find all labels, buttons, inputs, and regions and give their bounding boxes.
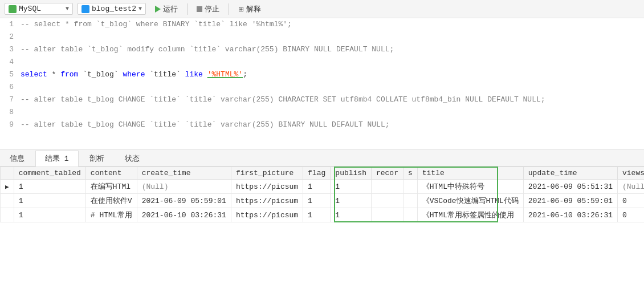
col-content[interactable]: content <box>85 167 137 180</box>
cell-flag-3: 1 <box>303 208 331 222</box>
table-selector[interactable]: blog_test2 ▼ <box>78 3 146 15</box>
code-line-3: 3 -- alter table `t_blog` modify column … <box>0 43 644 56</box>
stop-button[interactable]: 停止 <box>192 3 224 15</box>
table-row: 1 在使用软件V 2021-06-09 05:59:01 https://pic… <box>1 194 645 208</box>
code-line-2: 2 <box>0 31 644 43</box>
col-publish[interactable]: publish <box>331 167 372 180</box>
cell-flag-1: 1 <box>303 180 331 194</box>
db-label: MySQL <box>19 5 63 13</box>
tab-info[interactable]: 信息 <box>0 151 34 166</box>
table-dropdown-arrow: ▼ <box>138 6 142 12</box>
cell-content-1: 在编写HTMl <box>85 180 137 194</box>
col-first-picture[interactable]: first_picture <box>231 167 303 180</box>
cell-title-1: 《HTML中特殊符号 <box>417 180 523 194</box>
col-indicator <box>1 167 14 180</box>
col-views[interactable]: views <box>618 167 644 180</box>
code-line-4: 4 <box>0 56 644 68</box>
cell-views-3: 0 <box>618 208 644 222</box>
code-line-6: 6 <box>0 81 644 94</box>
code-line-8: 8 <box>0 106 644 119</box>
col-s[interactable]: s <box>403 167 417 180</box>
run-label: 运行 <box>163 4 178 14</box>
cell-publish-1: 1 <box>331 180 372 194</box>
cell-update-2: 2021-06-09 05:59:01 <box>523 194 617 208</box>
col-flag[interactable]: flag <box>303 167 331 180</box>
code-line-5: 5 select * from `t_blog` where `title` l… <box>0 68 644 81</box>
stop-icon <box>197 6 202 12</box>
explain-label: 解释 <box>246 4 261 14</box>
cell-s-1 <box>403 180 417 194</box>
cell-s-3 <box>403 208 417 222</box>
cell-views-2: 0 <box>618 194 644 208</box>
table-row: 1 # HTML常用 2021-06-10 03:26:31 https://p… <box>1 208 645 222</box>
table-row: ▶ 1 在编写HTMl (Null) https://picsum 1 1 《H… <box>1 180 645 194</box>
bottom-panel: 信息 结果 1 剖析 状态 comment_tabled content c <box>0 149 644 222</box>
cell-recor-1 <box>371 180 403 194</box>
tab-profile[interactable]: 剖析 <box>80 151 114 166</box>
cell-recor-3 <box>371 208 403 222</box>
table-icon <box>81 5 89 13</box>
cell-update-3: 2021-06-10 03:26:31 <box>523 208 617 222</box>
col-update-time[interactable]: update_time <box>523 167 617 180</box>
explain-icon: ⊞ <box>238 5 244 13</box>
code-line-7: 7 -- alter table t_blog CHANGE `title` `… <box>0 94 644 106</box>
row-indicator-2 <box>1 194 14 208</box>
divider-1 <box>187 3 188 15</box>
col-title[interactable]: title <box>417 167 523 180</box>
db-selector[interactable]: MySQL ▼ <box>5 3 73 15</box>
code-line-9: 9 -- alter table t_blog CHANGE `title` `… <box>0 119 644 131</box>
cell-flag-2: 1 <box>303 194 331 208</box>
code-line-1: 1 -- select * from `t_blog` where BINARY… <box>0 18 644 31</box>
cell-title-3: 《HTML常用标签属性的使用 <box>417 208 523 222</box>
cell-create-3: 2021-06-10 03:26:31 <box>137 208 231 222</box>
cell-comment-3: 1 <box>14 208 85 222</box>
cell-create-2: 2021-06-09 05:59:01 <box>137 194 231 208</box>
cell-pic-3: https://picsum <box>231 208 303 222</box>
table-label: blog_test2 <box>92 5 136 13</box>
cell-update-1: 2021-06-09 05:51:31 <box>523 180 617 194</box>
row-indicator-1: ▶ <box>1 180 14 194</box>
table-header-row: comment_tabled content create_time first… <box>1 167 645 180</box>
results-table: comment_tabled content create_time first… <box>0 167 644 222</box>
cell-title-2: 《VSCode快速编写HTML代码 <box>417 194 523 208</box>
cell-comment-1: 1 <box>14 180 85 194</box>
cell-pic-1: https://picsum <box>231 180 303 194</box>
cell-s-2 <box>403 194 417 208</box>
results-table-wrap: comment_tabled content create_time first… <box>0 167 644 222</box>
cell-publish-3: 1 <box>331 208 372 222</box>
run-button[interactable]: 运行 <box>150 3 182 15</box>
toolbar: MySQL ▼ blog_test2 ▼ 运行 停止 ⊞ 解释 <box>0 0 644 18</box>
cell-pic-2: https://picsum <box>231 194 303 208</box>
divider-2 <box>229 3 229 15</box>
run-icon <box>155 6 161 13</box>
cell-views-1: (Null) <box>618 180 644 194</box>
col-create-time[interactable]: create_time <box>137 167 231 180</box>
col-recor[interactable]: recor <box>371 167 403 180</box>
cell-recor-2 <box>371 194 403 208</box>
col-comment-tabled[interactable]: comment_tabled <box>14 167 85 180</box>
cell-create-1: (Null) <box>137 180 231 194</box>
tab-status[interactable]: 状态 <box>115 151 149 166</box>
cell-comment-2: 1 <box>14 194 85 208</box>
cell-content-2: 在使用软件V <box>85 194 137 208</box>
explain-button[interactable]: ⊞ 解释 <box>234 3 266 15</box>
db-dropdown-arrow: ▼ <box>66 6 69 12</box>
stop-label: 停止 <box>205 4 219 14</box>
mysql-icon <box>9 5 17 13</box>
tab-results[interactable]: 结果 1 <box>35 151 79 167</box>
row-indicator-3 <box>1 208 14 222</box>
code-editor[interactable]: 1 -- select * from `t_blog` where BINARY… <box>0 18 644 149</box>
cell-content-3: # HTML常用 <box>85 208 137 222</box>
cell-publish-2: 1 <box>331 194 372 208</box>
tabs: 信息 结果 1 剖析 状态 <box>0 149 644 167</box>
